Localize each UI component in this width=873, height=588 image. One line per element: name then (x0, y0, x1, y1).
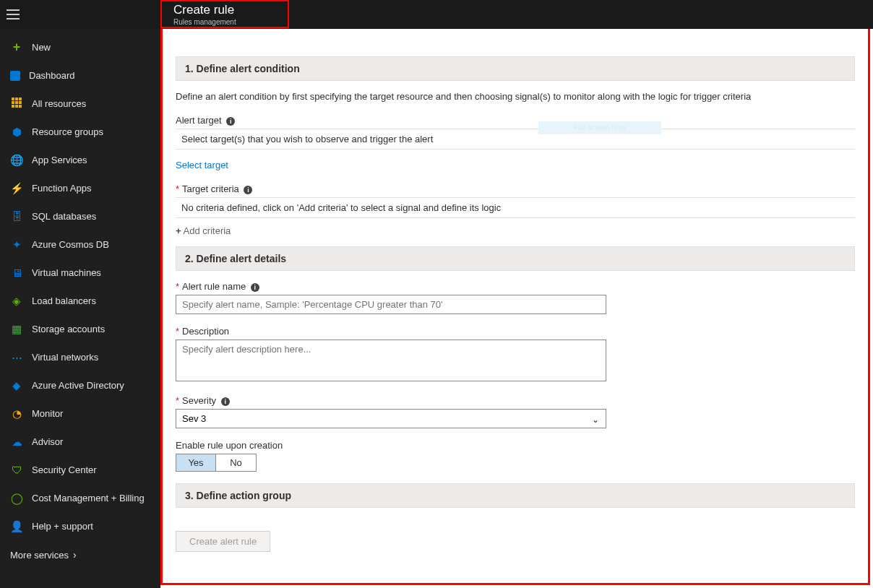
sidebar-item-azure-cosmos-db[interactable]: ✦Azure Cosmos DB (0, 230, 160, 259)
sidebar-item-label: Dashboard (29, 70, 75, 81)
sidebar-item-label: Monitor (32, 408, 63, 419)
page-title: Create rule (173, 3, 276, 17)
sidebar-item-dashboard[interactable]: Dashboard (0, 61, 160, 90)
info-icon[interactable]: i (226, 117, 235, 126)
sidebar-item-label: Help + support (32, 521, 93, 532)
main-content: Full-screen Snip 1. Define alert conditi… (160, 29, 873, 588)
sidebar-item-label: All resources (32, 98, 86, 109)
enable-toggle: Yes No (176, 454, 855, 472)
enable-yes-button[interactable]: Yes (176, 454, 216, 472)
grid9-icon (10, 98, 23, 111)
topbar: Create rule Rules management (0, 0, 873, 29)
rule-name-input[interactable] (176, 295, 606, 314)
alert-target-label: Alert target i (176, 115, 855, 126)
vm-icon: 🖥 (10, 267, 23, 280)
sidebar-item-security-center[interactable]: 🛡Security Center (0, 456, 160, 484)
page-subtitle: Rules management (173, 17, 276, 27)
info-icon[interactable]: i (251, 283, 259, 292)
enable-no-button[interactable]: No (216, 454, 257, 472)
hamburger-menu-icon[interactable] (0, 0, 26, 29)
help-icon: 👤 (10, 520, 23, 533)
storage-icon: ▦ (10, 323, 23, 336)
sidebar-item-label: Load balancers (32, 295, 96, 306)
adv-icon: ☁ (10, 436, 23, 449)
severity-select[interactable]: Sev 3 (176, 409, 606, 428)
sidebar-item-virtual-networks[interactable]: ⋯Virtual networks (0, 343, 160, 371)
snip-badge: Full-screen Snip (538, 121, 661, 134)
alert-target-display: Select target(s) that you wish to observ… (176, 129, 855, 150)
sidebar-item-label: Azure Cosmos DB (32, 239, 109, 250)
sidebar-item-label: New (32, 42, 51, 53)
section-1-description: Define an alert condition by first speci… (176, 91, 855, 102)
sidebar-item-cost-management-billing[interactable]: ◯Cost Management + Billing (0, 484, 160, 512)
cost-icon: ◯ (10, 492, 23, 505)
more-services-label: More services (10, 550, 69, 561)
sidebar-item-resource-groups[interactable]: ⬢Resource groups (0, 118, 160, 146)
sq-icon (10, 71, 20, 81)
sidebar-item-label: Virtual networks (32, 352, 98, 363)
sidebar-item-new[interactable]: +New (0, 33, 160, 61)
more-services-link[interactable]: More services › (0, 540, 160, 569)
info-icon[interactable]: i (221, 397, 230, 406)
globe-icon: 🌐 (10, 154, 23, 167)
sidebar-item-label: SQL databases (32, 211, 96, 222)
sidebar-item-function-apps[interactable]: ⚡Function Apps (0, 174, 160, 202)
sidebar-item-virtual-machines[interactable]: 🖥Virtual machines (0, 259, 160, 287)
create-alert-rule-button[interactable]: Create alert rule (176, 531, 270, 552)
add-criteria-button[interactable]: + Add criteria (176, 225, 855, 236)
chevron-right-icon: › (73, 549, 77, 561)
sidebar-item-label: Cost Management + Billing (32, 493, 145, 503)
sidebar-item-label: Storage accounts (32, 324, 105, 334)
aad-icon: ◆ (10, 379, 23, 392)
sidebar-item-advisor[interactable]: ☁Advisor (0, 428, 160, 456)
bolt-icon: ⚡ (10, 182, 23, 195)
cosmos-icon: ✦ (10, 238, 23, 251)
description-input[interactable] (176, 340, 606, 381)
criteria-display: No criteria defined, click on 'Add crite… (176, 197, 855, 218)
sidebar-item-label: Azure Active Directory (32, 380, 124, 391)
plus-icn-icon: + (10, 41, 23, 54)
cube-icon: ⬢ (10, 126, 23, 139)
sidebar-item-label: App Services (32, 155, 87, 165)
sidebar-item-label: Function Apps (32, 183, 91, 194)
db-icon: 🗄 (10, 210, 23, 223)
sidebar-item-app-services[interactable]: 🌐App Services (0, 146, 160, 174)
mon-icon: ◔ (10, 407, 23, 420)
sidebar-item-monitor[interactable]: ◔Monitor (0, 399, 160, 428)
section-3-header: 3. Define action group (176, 483, 855, 508)
sidebar-item-load-balancers[interactable]: ◈Load balancers (0, 287, 160, 315)
sidebar-item-label: Virtual machines (32, 267, 101, 278)
rule-name-label: *Alert rule name i (176, 281, 855, 292)
sidebar-item-label: Security Center (32, 464, 97, 475)
sidebar: +NewDashboardAll resources⬢Resource grou… (0, 29, 160, 588)
vnet-icon: ⋯ (10, 351, 23, 364)
sec-icon: 🛡 (10, 464, 23, 477)
section-2-header: 2. Define alert details (176, 246, 855, 271)
enable-rule-label: Enable rule upon creation (176, 440, 855, 451)
info-icon[interactable]: i (244, 186, 252, 194)
select-target-link[interactable]: Select target (176, 160, 228, 170)
sidebar-item-azure-active-directory[interactable]: ◆Azure Active Directory (0, 371, 160, 399)
section-1-header: 1. Define alert condition (176, 56, 855, 81)
sidebar-item-all-resources[interactable]: All resources (0, 90, 160, 118)
description-label: *Description (176, 326, 855, 337)
plus-icon: + (176, 225, 181, 236)
lb-icon: ◈ (10, 295, 23, 308)
sidebar-item-sql-databases[interactable]: 🗄SQL databases (0, 202, 160, 230)
sidebar-item-help-support[interactable]: 👤Help + support (0, 512, 160, 540)
sidebar-item-storage-accounts[interactable]: ▦Storage accounts (0, 315, 160, 343)
target-criteria-label: *Target criteria i (176, 183, 855, 194)
sidebar-item-label: Resource groups (32, 126, 103, 137)
blade-title-box: Create rule Rules management (160, 0, 289, 28)
sidebar-item-label: Advisor (32, 436, 63, 447)
severity-label: *Severity i (176, 395, 855, 406)
